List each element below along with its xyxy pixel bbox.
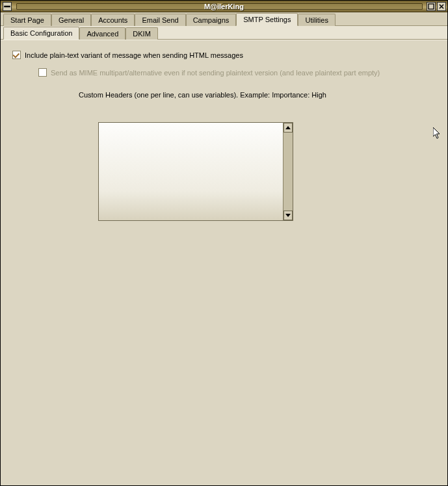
textarea-content[interactable] bbox=[99, 123, 283, 220]
vertical-scrollbar[interactable] bbox=[283, 123, 293, 220]
tab-utilities[interactable]: Utilities bbox=[298, 14, 335, 26]
custom-headers-textarea[interactable] bbox=[98, 122, 293, 221]
arrow-down-icon bbox=[285, 214, 291, 217]
include-plaintext-label: Include plain-text variant of message wh… bbox=[25, 51, 243, 59]
system-menu-button[interactable] bbox=[3, 2, 12, 11]
close-button[interactable] bbox=[437, 2, 446, 11]
tab-label: General bbox=[59, 16, 84, 24]
tab-label: Basic Configuration bbox=[10, 29, 72, 37]
include-plaintext-row: Include plain-text variant of message wh… bbox=[12, 49, 447, 60]
mime-multipart-row: Send as MIME multipart/alternative even … bbox=[38, 67, 447, 78]
scroll-down-button[interactable] bbox=[283, 211, 293, 220]
subtab-basic-configuration[interactable]: Basic Configuration bbox=[3, 27, 79, 40]
titlebar[interactable]: M@ilerKing bbox=[1, 1, 447, 12]
subtab-dkim[interactable]: DKIM bbox=[125, 27, 158, 40]
tab-label: Campaigns bbox=[193, 16, 230, 24]
arrow-up-icon bbox=[285, 126, 291, 129]
tab-label: Start Page bbox=[10, 16, 44, 24]
svg-rect-0 bbox=[4, 5, 10, 6]
scroll-track[interactable] bbox=[283, 133, 293, 211]
sub-tabstrip: Basic Configuration Advanced DKIM bbox=[1, 26, 447, 40]
tab-label: SMTP Settings bbox=[243, 16, 291, 23]
subtab-advanced[interactable]: Advanced bbox=[79, 27, 125, 40]
tab-email-send[interactable]: Email Send bbox=[135, 14, 185, 26]
tab-accounts[interactable]: Accounts bbox=[91, 14, 135, 26]
tab-label: Advanced bbox=[86, 30, 118, 38]
tab-label: Email Send bbox=[142, 16, 178, 24]
settings-panel: Include plain-text variant of message wh… bbox=[1, 40, 447, 485]
tab-label: DKIM bbox=[133, 30, 151, 38]
main-tabstrip: Start Page General Accounts Email Send C… bbox=[1, 12, 447, 26]
tab-campaigns[interactable]: Campaigns bbox=[186, 14, 237, 26]
scroll-up-button[interactable] bbox=[283, 123, 293, 133]
mime-multipart-checkbox[interactable] bbox=[38, 68, 47, 77]
titlebar-groove-left bbox=[16, 3, 217, 10]
tab-start-page[interactable]: Start Page bbox=[3, 14, 51, 26]
maximize-button[interactable] bbox=[427, 2, 436, 11]
custom-headers-label: Custom Headers (one per line, can use va… bbox=[79, 91, 447, 99]
titlebar-groove-right bbox=[222, 3, 423, 10]
app-window: M@ilerKing Start Page General Accounts E… bbox=[0, 0, 448, 486]
tab-smtp-settings[interactable]: SMTP Settings bbox=[236, 13, 298, 26]
client-area: Start Page General Accounts Email Send C… bbox=[1, 12, 447, 485]
mime-multipart-label: Send as MIME multipart/alternative even … bbox=[51, 69, 380, 77]
tab-label: Accounts bbox=[98, 16, 127, 24]
tab-general[interactable]: General bbox=[51, 14, 91, 26]
window-buttons bbox=[425, 2, 446, 11]
svg-rect-1 bbox=[428, 4, 434, 9]
tab-label: Utilities bbox=[305, 16, 328, 24]
include-plaintext-checkbox[interactable] bbox=[12, 51, 21, 59]
